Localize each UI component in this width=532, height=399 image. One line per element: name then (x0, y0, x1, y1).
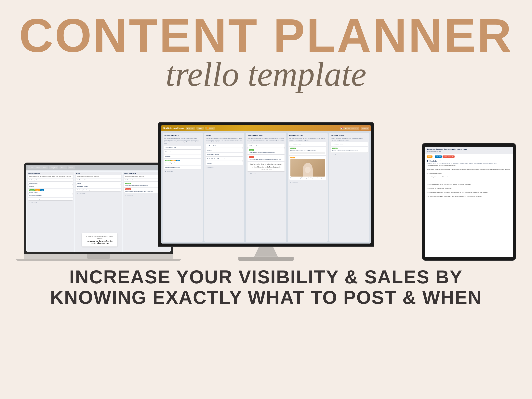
laptop-trello-nav: PLATZ-Content Planner Template Public In… (26, 165, 171, 171)
label-educate-2: Educate (125, 183, 131, 184)
label-educate-4: Educate (291, 148, 296, 149)
laptop-col-pillars-title: Pillars (76, 173, 120, 174)
tablet-example-text: EXAMPLE POST I HAVE SCHEDULED (you can a… (427, 163, 511, 164)
label-e: Educate (165, 160, 171, 161)
monitor-col-groups-title: Facebook Groups (331, 134, 368, 136)
tablet-desc-header: ☰ Description Edit (427, 160, 511, 162)
tablet-labels-section: Inspire Due date Sep 11 at 8:04 AM (425, 154, 513, 159)
laptop-card-labels: Educate Inspire Trust Content Types (4) (28, 189, 73, 194)
monitor-public-btn[interactable]: Public (196, 127, 204, 130)
devices-section: PLATZ-Content Planner Template Public In… (0, 99, 532, 261)
tablet-hello: Hello Freddie (427, 198, 511, 200)
footer-section: INCREASE YOUR VISIBILITY & SALES BY KNOW… (0, 261, 532, 308)
laptop-card-mindset: Mindset (76, 182, 120, 185)
monitor-base (238, 257, 294, 261)
laptop-card-market-research: Market Research (28, 182, 73, 185)
monitor-card-hashtags[interactable]: Hashtags (164, 154, 201, 158)
laptop-nav-template: Template (49, 166, 58, 169)
tablet-card-title: If you're not doing this, then you're do… (427, 148, 511, 150)
label-surprise-2: Surprise (249, 156, 254, 158)
monitor-card-market-research[interactable]: Market Research (164, 150, 201, 154)
monitor-actions-btn[interactable]: Actions (361, 127, 369, 130)
monitor-add-card-5[interactable]: Add a card (331, 153, 368, 156)
monitor-col-groups: Facebook Groups Use this column to plan … (329, 133, 369, 242)
monitor-board-name: PLATZ-Content Planner (163, 127, 184, 129)
laptop-col-strategy-title: Strategy/Reference (28, 173, 73, 174)
monitor-quote-line2: you should see the cost of staying exact… (249, 166, 283, 170)
laptop-card-hashtags: Hashtags (28, 185, 73, 188)
label-educate-5: Educate (332, 148, 337, 149)
monitor-quote-line1: If you're worried about the price of get… (249, 163, 283, 165)
laptop-nav-board: PLATZ-Content Planner (28, 166, 48, 169)
monitor-card-mindset[interactable]: Mindset (206, 148, 243, 152)
monitor-col-ideas-desc: Keep any ideas here that you think of fo… (247, 138, 285, 143)
monitor-col-strategy-title: Strategy/Reference (164, 134, 201, 136)
monitor-trello-columns: Strategy/Reference Use this list to keep… (161, 131, 371, 244)
tablet-desc-title: Description (430, 160, 437, 162)
monitor-card-content-types[interactable]: Educate Inspire Trust Content Types (4) (164, 159, 201, 165)
monitor-card-productivity[interactable]: Productivity/Time Management (206, 157, 243, 161)
monitor-card[interactable]: >>>Example Cards (289, 142, 326, 146)
label-t: Trust (176, 160, 180, 161)
laptop-base-bottom (16, 259, 181, 261)
monitor-card[interactable]: >>>Example Cards (331, 142, 368, 146)
monitor-template-btn[interactable]: Template (186, 127, 195, 130)
laptop-col-strategy: Strategy/Reference types, common links, … (27, 172, 74, 252)
tablet-due-date: Sep 11 at 8:04 AM (443, 155, 455, 158)
tablet-edit-btn[interactable]: Edit (439, 160, 442, 162)
laptop-quote-line1: If you're worried about the price of get… (84, 235, 115, 239)
laptop-add-card-btn-2[interactable]: Add a card (76, 192, 120, 195)
tablet-due-label: Due date (435, 155, 442, 158)
monitor-stand (254, 247, 278, 257)
monitor-quote-card: If you're worried about the price of get… (247, 162, 285, 171)
monitor-card-systems[interactable]: Streamlining Systems (206, 153, 243, 156)
label-inspire-2: Inspire (291, 157, 295, 158)
laptop-screen-inner: PLATZ-Content Planner Template Public In… (26, 165, 171, 252)
monitor-col-strategy: Strategy/Reference Use this list to keep… (163, 133, 203, 242)
monitor-card-fb2[interactable]: Inspire If you're not doing this, then y… (289, 156, 326, 180)
monitor-calendar-btn[interactable]: 📅 Calendar Power-Up (340, 127, 359, 130)
monitor-card[interactable]: >>>Example Cards (164, 146, 201, 149)
monitor-device: PLATZ-Content Planner Template Public 🧡 … (158, 122, 374, 261)
monitor-card-groups1[interactable]: Educate Making writing content easy with… (331, 147, 368, 152)
monitor-col-facebook: Facebook/IG Feed Use this column to plan… (288, 133, 328, 242)
monitor-add-card-3[interactable]: Add a card (247, 172, 285, 175)
laptop-screen-outer: PLATZ-Content Planner Template Public In… (24, 163, 173, 254)
tablet-screen-outer: If you're not doing this, then you're do… (422, 143, 516, 261)
label-educate-3: Educate (249, 149, 254, 151)
monitor-card[interactable]: >>>Example Cards (247, 144, 285, 148)
laptop-base (24, 254, 173, 259)
person-image (291, 159, 325, 177)
tablet-screen-inner: If you're not doing this, then you're do… (425, 147, 513, 257)
monitor-card-marriage[interactable]: Marriage (206, 161, 243, 165)
monitor-card-resources[interactable]: Resources/Common Links (164, 165, 201, 169)
label-educate: Educate (29, 189, 35, 191)
monitor-invite-btn[interactable]: 🧡 Invite (205, 127, 215, 130)
monitor-col-ideas-title: Ideas/Content Bank (247, 134, 285, 136)
monitor-col-pillars: Pillars You will want to have 3-5 brand … (204, 133, 245, 242)
tablet-labels-row: Inspire Due date Sep 11 at 8:04 AM (427, 155, 511, 158)
laptop-nav-public: Public (59, 166, 67, 169)
monitor-card-educate[interactable]: Educate 3 ways that you're sabotaging yo… (247, 148, 285, 154)
monitor-add-card-1[interactable]: Add a card (164, 170, 201, 173)
monitor-col-strategy-desc: Use this list to keep anything you'd wan… (164, 138, 201, 145)
monitor-col-groups-desc: Use this column to plan out the posts yo… (331, 138, 368, 141)
laptop-card: you never have to wonder what to post ab… (76, 175, 120, 178)
tablet-device: If you're not doing this, then you're do… (422, 143, 516, 261)
header-section: CONTENT PLANNER trello template (0, 0, 532, 97)
monitor-col-pillars-desc: You will want to have 3-5 brand pillars.… (206, 138, 243, 143)
laptop-card: Review what worked, what didn't (28, 198, 73, 200)
laptop-add-card-btn[interactable]: Add a card (28, 201, 73, 204)
tablet-label-inspire: Inspire (427, 155, 432, 158)
monitor-add-card-2[interactable]: Add a card (206, 166, 243, 169)
label-i: Inspire (171, 160, 176, 161)
tablet-body-text: If you're not doing this, then you're do… (427, 165, 511, 197)
monitor-col-facebook-desc: Use this column to plan out your Faceboo… (289, 138, 326, 141)
monitor-card-fb1[interactable]: Educate Making writing content easy with… (289, 147, 326, 155)
tablet-description-section: ☰ Description Edit EXAMPLE POST I HAVE S… (425, 159, 513, 201)
monitor-add-card-4[interactable]: Add a card (289, 180, 326, 184)
monitor-card[interactable]: >>>Example Pillars (206, 144, 243, 148)
monitor-col-pillars-title: Pillars (206, 134, 243, 136)
laptop-card-productivity: Productivity/Time Management (76, 189, 120, 191)
monitor-card-surprise[interactable]: Surprise 6 things that didn't go as plan… (247, 155, 285, 161)
